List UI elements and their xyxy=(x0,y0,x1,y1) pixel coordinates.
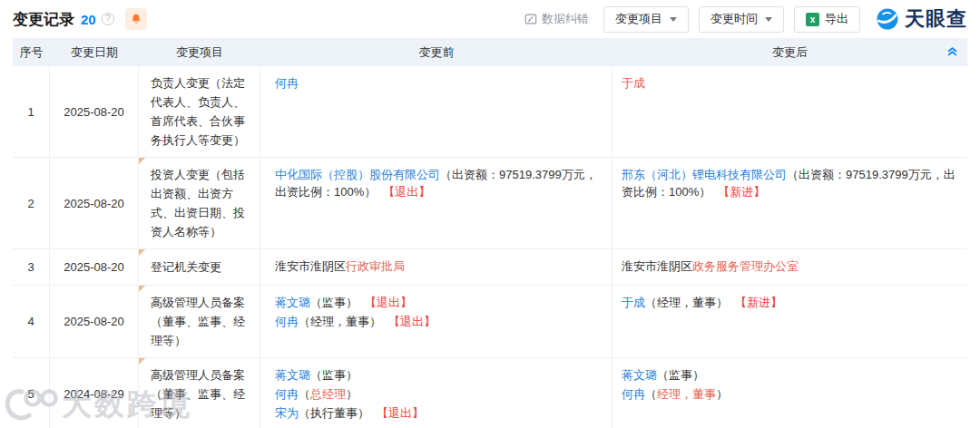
page-title: 变更记录 xyxy=(13,9,74,30)
data-correction-label: 数据纠错 xyxy=(542,11,589,27)
cell-line: 淮安市淮阴区行政审批局 xyxy=(275,257,601,276)
cell-line: 于成（经理，董事）【新进】 xyxy=(622,293,956,312)
cell-line: 蒋文璐（监事） xyxy=(622,365,956,384)
table-row: 12025-08-20负责人变更（法定代表人、负责人、首席代表、合伙事务执行人等… xyxy=(13,66,967,158)
cell-text: ） xyxy=(716,387,728,401)
change-marker: 【退出】 xyxy=(365,296,412,309)
section-header: 变更记录 20 ? 数据纠错 变更项目 变更时间 x 导出 天眼查 xyxy=(0,0,980,38)
change-date: 2025-08-20 xyxy=(50,249,139,285)
entity-link[interactable]: 何冉 xyxy=(275,387,299,401)
table-row: 32025-08-20登记机关变更淮安市淮阴区行政审批局淮安市淮阴区政务服务管理… xyxy=(13,249,967,286)
before-cell: 何冉 xyxy=(260,66,612,157)
export-label: 导出 xyxy=(825,11,848,27)
cell-text: （经理，董事） xyxy=(645,296,728,309)
change-marker: 【退出】 xyxy=(377,406,424,420)
filter-project-dropdown[interactable]: 变更项目 xyxy=(603,6,689,33)
table-header-row: 序号 变更日期 变更项目 变更前 变更后 xyxy=(13,38,967,66)
corner-mark-icon xyxy=(139,286,145,292)
chevron-down-icon xyxy=(670,17,677,22)
entity-link[interactable]: 何冉 xyxy=(275,315,299,328)
cell-text: ） xyxy=(346,387,358,401)
change-marker: 【退出】 xyxy=(388,315,436,328)
cell-text: （ xyxy=(299,387,310,401)
table-row: 52024-08-29高级管理人员备案（董事、监事、经理等）蒋文璐（监事）何冉（… xyxy=(13,358,967,428)
changed-text: 经理，董事 xyxy=(657,387,716,401)
change-records-table: 序号 变更日期 变更项目 变更前 变更后 12025-08-20负责人变更（法定… xyxy=(13,38,967,428)
table-row: 42025-08-20高级管理人员备案（董事、监事、经理等）蒋文璐（监事）【退出… xyxy=(13,286,967,358)
cell-line: 宋为（执行董事）【退出】 xyxy=(275,404,601,423)
entity-link[interactable]: 何冉 xyxy=(275,76,299,90)
corner-mark-icon xyxy=(139,249,145,256)
change-item-text: 登记机关变更 xyxy=(151,258,221,277)
cell-text: （ xyxy=(645,387,657,401)
before-cell: 淮安市淮阴区行政审批局 xyxy=(260,249,612,285)
change-item: 高级管理人员备案（董事、监事、经理等） xyxy=(139,286,260,357)
row-number: 5 xyxy=(13,358,50,428)
col-header-date: 变更日期 xyxy=(50,44,139,61)
change-date: 2025-08-20 xyxy=(50,286,139,357)
cell-text: （经理，董事） xyxy=(299,315,381,328)
filter-time-label: 变更时间 xyxy=(710,11,758,27)
change-item-text: 高级管理人员备案（董事、监事、经理等） xyxy=(151,365,256,423)
cell-line: 淮安市淮阴区政务服务管理办公室 xyxy=(622,257,956,276)
cell-line: 邢东（河北）锂电科技有限公司（出资额：97519.3799万元，出资比例：100… xyxy=(622,165,956,201)
entity-link[interactable]: 中化国际（控股）股份有限公司 xyxy=(275,168,440,181)
after-cell: 蒋文璐（监事）何冉（经理，董事） xyxy=(612,358,967,428)
row-number: 3 xyxy=(13,249,50,285)
entity-link[interactable]: 蒋文璐 xyxy=(622,368,657,382)
export-button[interactable]: x 导出 xyxy=(794,6,860,33)
filter-time-dropdown[interactable]: 变更时间 xyxy=(699,6,784,33)
table-row: 22025-08-20投资人变更（包括出资额、出资方式、出资日期、投资人名称等）… xyxy=(13,158,967,249)
col-header-no: 序号 xyxy=(13,44,50,61)
entity-link[interactable]: 蒋文璐 xyxy=(275,368,310,382)
record-count: 20 xyxy=(81,12,96,27)
entity-link[interactable]: 邢东（河北）锂电科技有限公司 xyxy=(622,168,787,181)
help-icon[interactable]: ? xyxy=(102,13,114,25)
change-date: 2024-08-29 xyxy=(50,358,139,428)
corner-mark-icon xyxy=(139,158,145,164)
row-number: 1 xyxy=(13,66,50,157)
change-item: 高级管理人员备案（董事、监事、经理等） xyxy=(139,358,260,428)
entity-link[interactable]: 何冉 xyxy=(622,387,645,401)
change-item: 登记机关变更 xyxy=(139,249,260,285)
cell-text: （监事） xyxy=(310,296,358,309)
after-cell: 于成（经理，董事）【新进】 xyxy=(612,286,967,357)
changed-text: 行政审批局 xyxy=(346,259,405,273)
changed-text: 政务服务管理办公室 xyxy=(692,259,799,273)
after-cell: 于成 xyxy=(612,66,967,157)
row-number: 2 xyxy=(13,158,50,248)
cell-text: 淮安市淮阴区 xyxy=(622,259,692,273)
entity-link[interactable]: 宋为 xyxy=(275,406,299,420)
before-cell: 蒋文璐（监事）【退出】何冉（经理，董事）【退出】 xyxy=(260,286,612,357)
before-cell: 蒋文璐（监事）何冉（总经理）宋为（执行董事）【退出】 xyxy=(260,358,612,428)
change-item-text: 负责人变更（法定代表人、负责人、首席代表、合伙事务执行人等变更） xyxy=(151,73,256,150)
entity-link[interactable]: 蒋文璐 xyxy=(275,296,310,309)
excel-icon: x xyxy=(806,13,819,26)
cell-line: 何冉（经理，董事） xyxy=(622,384,956,404)
cell-text: 淮安市淮阴区 xyxy=(275,259,346,273)
bell-icon[interactable] xyxy=(125,8,147,30)
collapse-icon[interactable] xyxy=(946,45,958,57)
chevron-down-icon xyxy=(765,17,772,22)
change-marker: 【退出】 xyxy=(383,185,430,199)
cell-line: 于成 xyxy=(622,73,956,92)
cell-line: 何冉（总经理） xyxy=(275,384,601,404)
after-cell: 淮安市淮阴区政务服务管理办公室 xyxy=(612,249,967,285)
change-marker: 【新进】 xyxy=(735,296,782,309)
data-correction-button[interactable]: 数据纠错 xyxy=(524,11,589,27)
brand-name: 天眼查 xyxy=(905,5,967,33)
cell-text: （执行董事） xyxy=(299,406,369,420)
cell-line: 中化国际（控股）股份有限公司（出资额：97519.3799万元，出资比例：100… xyxy=(275,165,601,201)
change-marker: 【新进】 xyxy=(718,185,765,199)
change-date: 2025-08-20 xyxy=(50,158,139,248)
filter-project-label: 变更项目 xyxy=(615,11,662,27)
cell-line: 蒋文璐（监事）【退出】 xyxy=(275,293,601,312)
entity-link[interactable]: 于成 xyxy=(622,296,645,309)
col-header-after: 变更后 xyxy=(612,44,967,61)
changed-text: 总经理 xyxy=(310,387,346,401)
change-date: 2025-08-20 xyxy=(50,66,139,157)
col-header-item: 变更项目 xyxy=(139,44,260,61)
tianyancha-logo-icon xyxy=(876,7,899,31)
after-cell: 邢东（河北）锂电科技有限公司（出资额：97519.3799万元，出资比例：100… xyxy=(612,158,967,248)
cell-line: 蒋文璐（监事） xyxy=(275,365,601,384)
